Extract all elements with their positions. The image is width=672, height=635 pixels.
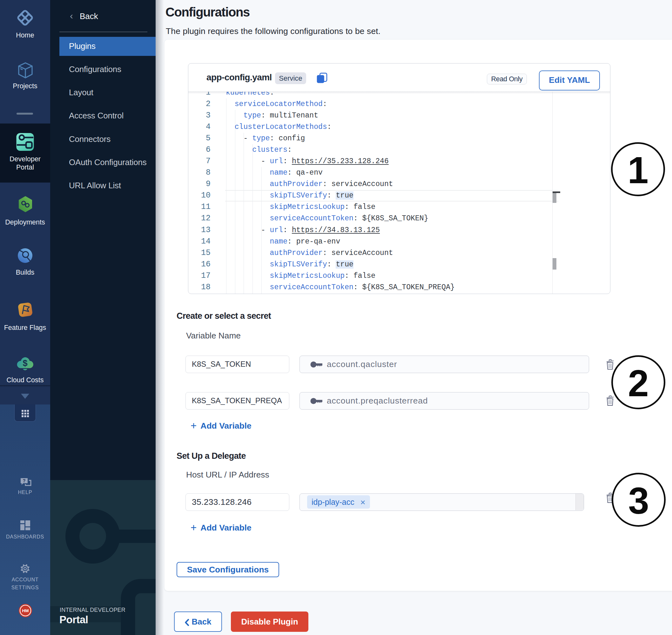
svg-text:?: ? bbox=[23, 478, 25, 483]
svg-text:$: $ bbox=[23, 358, 27, 368]
svg-text:HM: HM bbox=[22, 608, 29, 613]
